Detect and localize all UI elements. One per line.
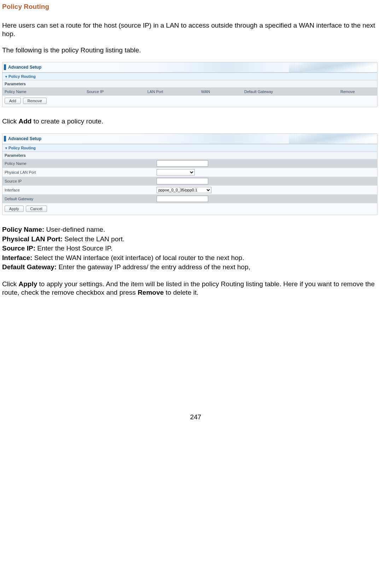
section-bar[interactable]: ▼Policy Routing (2, 73, 377, 80)
button-row: Add Remove (2, 96, 377, 107)
desc-label: Source IP: (2, 244, 35, 252)
desc-label: Default Gateway: (2, 263, 57, 271)
col-default-gateway: Default Gateway (242, 88, 338, 95)
panel-header: Advanced Setup (2, 62, 377, 73)
text-fragment: Click (2, 280, 18, 288)
desc-physical-lan-port: Physical LAN Port: Select the LAN port. (2, 235, 389, 244)
text-fragment: to create a policy route. (31, 117, 103, 125)
bold-remove: Remove (138, 289, 164, 296)
desc-source-ip: Source IP: Enter the Host Source IP. (2, 244, 389, 253)
chevron-down-icon: ▼ (5, 146, 8, 150)
section-label: Policy Routing (8, 146, 36, 150)
apply-button[interactable]: Apply (5, 206, 24, 212)
listing-paragraph: The following is the policy Routing list… (2, 46, 389, 54)
add-button[interactable]: Add (5, 98, 21, 104)
section-bar[interactable]: ▼Policy Routing (2, 144, 377, 152)
button-row: Apply Cancel (2, 203, 377, 215)
interface-select[interactable]: pppoe_0_0_35/ppp0.1 (157, 187, 211, 193)
policy-name-input[interactable] (157, 160, 208, 167)
cancel-button[interactable]: Cancel (26, 206, 47, 212)
desc-text: Enter the gateway IP address/ the entry … (57, 263, 250, 271)
page-number: 247 (2, 413, 389, 421)
col-policy-name: Policy Name (2, 88, 84, 95)
policy-routing-add-panel: Advanced Setup ▼Policy Routing Parameter… (2, 133, 378, 215)
row-physical-lan-port: Physical LAN Port (2, 168, 377, 177)
physical-lan-port-select[interactable] (157, 169, 195, 175)
desc-text: Select the LAN port. (63, 235, 124, 243)
input-cell (155, 177, 377, 185)
desc-label: Policy Name: (2, 226, 44, 233)
col-lan-port: LAN Port (145, 88, 199, 95)
panel-header-label: Advanced Setup (8, 65, 41, 70)
row-interface: Interface pppoe_0_0_35/ppp0.1 (2, 186, 377, 195)
label-source-ip: Source IP (2, 178, 155, 185)
remove-button[interactable]: Remove (23, 98, 47, 104)
desc-text: Enter the Host Source IP. (35, 244, 112, 252)
field-descriptions: Policy Name: User-defined name. Physical… (2, 225, 389, 272)
parameters-label: Parameters (2, 80, 377, 88)
row-default-gateway: Default Gateway (2, 195, 377, 203)
desc-interface: Interface: Select the WAN interface (exi… (2, 253, 389, 263)
desc-policy-name: Policy Name: User-defined name. (2, 225, 389, 235)
page-title: Policy Routing (2, 3, 389, 11)
label-default-gateway: Default Gateway (2, 195, 155, 202)
bold-add: Add (18, 117, 31, 125)
label-physical-lan-port: Physical LAN Port (2, 169, 155, 176)
columns-row: Policy Name Source IP LAN Port WAN Defau… (2, 88, 377, 96)
desc-label: Interface: (2, 254, 33, 261)
bold-apply: Apply (18, 280, 37, 288)
col-source-ip: Source IP (84, 88, 145, 95)
panel-header-label: Advanced Setup (8, 136, 41, 141)
header-accent (4, 64, 6, 70)
section-label: Policy Routing (8, 74, 36, 79)
apply-paragraph: Click Apply to apply your settings. And … (2, 280, 389, 297)
row-source-ip: Source IP (2, 177, 377, 186)
input-cell: pppoe_0_0_35/ppp0.1 (155, 186, 377, 194)
text-fragment: Click (2, 117, 18, 125)
input-cell (155, 159, 377, 168)
header-accent (4, 136, 6, 142)
desc-default-gateway: Default Gateway: Enter the gateway IP ad… (2, 263, 389, 272)
label-interface: Interface (2, 186, 155, 194)
input-cell (155, 195, 377, 203)
parameters-label: Parameters (2, 152, 377, 159)
chevron-down-icon: ▼ (5, 75, 8, 79)
click-add-paragraph: Click Add to create a policy route. (2, 117, 389, 126)
label-policy-name: Policy Name (2, 160, 155, 167)
desc-text: Select the WAN interface (exit interface… (33, 254, 244, 261)
col-remove: Remove (338, 88, 377, 95)
col-wan: WAN (199, 88, 242, 95)
default-gateway-input[interactable] (157, 196, 208, 202)
panel-header: Advanced Setup (2, 134, 377, 144)
source-ip-input[interactable] (157, 178, 208, 184)
intro-paragraph: Here users can set a route for the host … (2, 21, 389, 38)
desc-text: User-defined name. (44, 226, 105, 233)
input-cell (155, 168, 377, 177)
desc-label: Physical LAN Port: (2, 235, 63, 243)
text-fragment: to delete it. (164, 289, 198, 296)
row-policy-name: Policy Name (2, 159, 377, 168)
policy-routing-list-panel: Advanced Setup ▼Policy Routing Parameter… (2, 62, 378, 107)
